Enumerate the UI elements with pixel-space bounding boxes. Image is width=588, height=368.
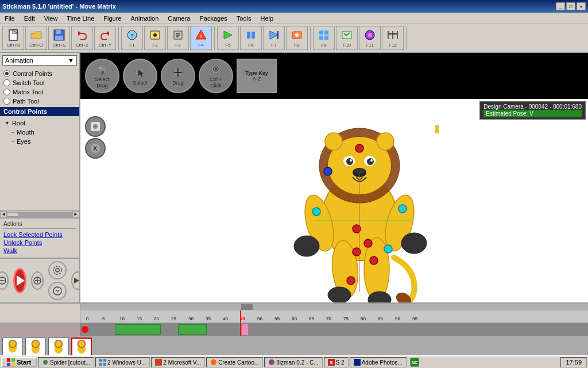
scroll-thumb[interactable] (7, 212, 18, 217)
menu-timeline[interactable]: Time Line (64, 14, 96, 23)
tree-mouth-expand-icon: – (11, 129, 14, 135)
maximize-button[interactable]: □ (566, 2, 575, 10)
panel-scrollbar[interactable]: ◄ ► (0, 210, 79, 217)
svg-marker-37 (74, 278, 79, 283)
ctrl-click-icon (210, 63, 222, 76)
zoom-out-button[interactable] (0, 271, 9, 290)
f11-icon (363, 29, 376, 41)
toolbar-save-button[interactable]: Ctrl+S (48, 26, 70, 50)
toolbar-f9-button[interactable]: F9 (313, 26, 335, 50)
toolbar-open-label: Ctrl+O (29, 43, 42, 48)
timeline-track-bg[interactable] (80, 304, 588, 310)
menu-figure[interactable]: Figure (101, 14, 123, 23)
menu-view[interactable]: View (42, 14, 60, 23)
toolbar-f1-button[interactable]: ? F1 (121, 26, 143, 50)
forward-button[interactable] (71, 271, 81, 290)
close-button[interactable]: × (577, 2, 586, 10)
tray-nc-icon: NC (410, 358, 419, 367)
taskbar-microsoft-v[interactable]: 2 Microsoft V... (151, 357, 205, 367)
timeline-scrollbar[interactable] (0, 304, 588, 310)
toolbar-f7-button[interactable]: F7 (263, 26, 285, 50)
walk-link[interactable]: Walk (3, 247, 76, 254)
toolbar-open-button[interactable]: Ctrl+O (25, 26, 47, 50)
svg-text:K: K (93, 145, 98, 152)
unlock-points-link[interactable]: Unlock Points (3, 239, 76, 246)
open-icon (30, 29, 42, 41)
f10-icon (341, 29, 353, 41)
menu-tools[interactable]: Tools (234, 14, 254, 23)
lock-selected-points-link[interactable]: Lock Selected Points (3, 231, 76, 238)
title-bar: Stickman 5.1.0 'untitled' - Move Matrix … (0, 0, 588, 13)
animation-dropdown[interactable]: Animation ▼ (2, 55, 77, 66)
track-segment-2 (178, 324, 207, 335)
tree-mouth[interactable]: – Mouth (0, 128, 79, 137)
type-key-option[interactable]: Type Key A-Z (237, 59, 277, 93)
menu-animation[interactable]: Animation (128, 14, 161, 23)
svg-rect-20 (319, 30, 323, 34)
svg-point-95 (32, 340, 38, 347)
toolbar-f5-button[interactable]: F5 (217, 26, 239, 50)
toolbar-f12-button[interactable]: F12 (382, 26, 404, 50)
tree-expand-icon: ▼ (5, 120, 10, 126)
svg-rect-105 (11, 358, 15, 362)
minimize-button[interactable]: _ (556, 2, 565, 10)
menu-packages[interactable]: Packages (197, 14, 229, 23)
settings-button[interactable] (48, 261, 67, 279)
radio-matrix-tool[interactable]: Matrix Tool (3, 89, 76, 95)
taskbar-spider[interactable]: Spider [cutout... (38, 357, 94, 367)
timeline-ruler: 0 5 10 15 20 25 30 35 40 45 50 55 60 65 … (0, 310, 588, 323)
drag-option[interactable]: Drag (161, 59, 195, 93)
scroll-right-btn[interactable]: ► (72, 211, 79, 218)
radio-path-tool[interactable]: Path Tool (3, 98, 76, 105)
toolbar-f3-button[interactable]: F3 (167, 26, 189, 50)
select-drag-icon (96, 63, 108, 76)
track-content[interactable] (80, 323, 588, 336)
taskbar-bizman[interactable]: 8izman 0.2 - C... (264, 357, 322, 367)
toolbar-f8-button[interactable]: F8 (286, 26, 308, 50)
ctrl-click-option[interactable]: Ctrl + Click (199, 59, 233, 93)
toolbar-f2-button[interactable]: F2 (144, 26, 166, 50)
toolbar-f10-button[interactable]: F10 (336, 26, 358, 50)
help-small-button[interactable]: ? (48, 282, 67, 300)
control-points-header[interactable]: Control Points (0, 107, 79, 116)
toolbar-redo-button[interactable]: Ctrl+Y (94, 26, 116, 50)
actions-label: Actions (3, 221, 76, 229)
taskbar-s2[interactable]: S S 2 (324, 357, 349, 367)
lion-figure (268, 91, 451, 302)
select-option[interactable]: Select (123, 59, 157, 93)
toolbar-f6-button[interactable]: F6 (240, 26, 262, 50)
radio-control-points[interactable]: Control Points (3, 70, 76, 77)
toolbar-new-button[interactable]: Ctrl+N (2, 26, 24, 50)
radio-switch-tool[interactable]: Switch Tool (3, 79, 76, 86)
f4-icon: ! (195, 29, 207, 41)
toolbar-f11-button[interactable]: F11 (359, 26, 381, 50)
menu-file[interactable]: File (2, 14, 17, 23)
controller-icon-1[interactable] (85, 116, 106, 137)
ruler-ticks: 0 5 10 15 20 25 30 35 40 45 50 55 60 65 … (80, 310, 588, 323)
svg-point-85 (93, 124, 98, 129)
toolbar-f4-button[interactable]: ! F4 (190, 26, 212, 50)
svg-text:!: ! (200, 34, 202, 39)
menu-camera[interactable]: Camera (165, 14, 192, 23)
taskbar-windows-u[interactable]: 2 Windows U... (95, 357, 150, 367)
tree-view: ▼ Root – Mouth – Eyes (0, 116, 79, 210)
start-button[interactable]: Start (1, 357, 37, 367)
svg-rect-15 (252, 32, 255, 39)
taskbar-adobe[interactable]: Adobe Photos... (350, 357, 407, 367)
track-label-area (0, 323, 80, 336)
tree-eyes[interactable]: – Eyes (0, 137, 79, 146)
zoom-in-button[interactable] (31, 271, 44, 290)
tree-root[interactable]: ▼ Root (0, 118, 79, 128)
scroll-left-btn[interactable]: ◄ (0, 211, 7, 218)
svg-point-33 (56, 269, 59, 272)
menu-help[interactable]: Help (258, 14, 276, 23)
taskbar-create-cartoon[interactable]: Create Cartoo... (206, 357, 263, 367)
svg-rect-83 (435, 129, 439, 133)
svg-point-74 (364, 239, 372, 247)
select-drag-option[interactable]: Select Drag (85, 59, 119, 93)
toolbar-undo-button[interactable]: Ctrl+Z (71, 26, 93, 50)
menu-edit[interactable]: Edit (22, 14, 37, 23)
controller-icon-2[interactable]: K (85, 138, 106, 159)
play-button[interactable] (13, 268, 26, 293)
timeline-thumb[interactable] (241, 304, 253, 310)
